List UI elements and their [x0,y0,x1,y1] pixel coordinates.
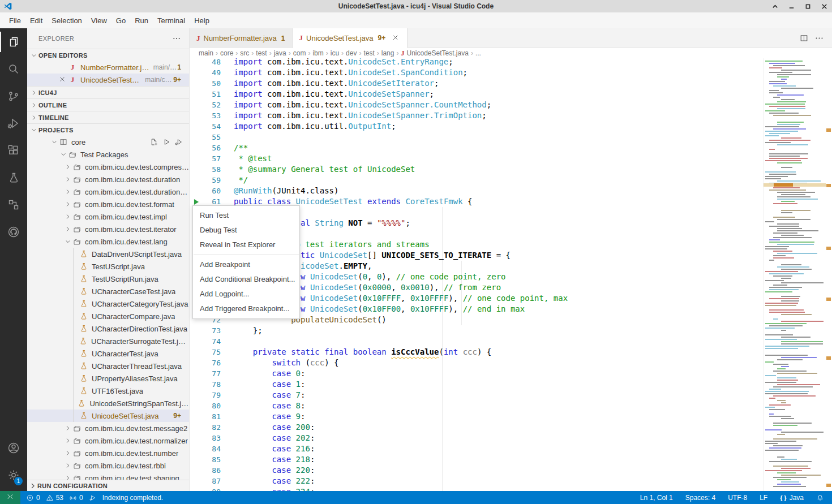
tree-item-com-ibm-icu-dev-test-lang[interactable]: com.ibm.icu.dev.test.lang [27,235,189,248]
tree-item-core[interactable]: core [27,136,189,148]
menu-view[interactable]: View [87,15,111,27]
menu-edit[interactable]: Edit [25,15,47,27]
menu-go[interactable]: Go [111,15,130,27]
tree-item-com-ibm-icu-dev-test-impl[interactable]: com.ibm.icu.dev.test.impl [27,210,189,223]
breadcrumb-item[interactable]: ibm [312,49,323,57]
breadcrumb-item[interactable]: dev [346,49,357,57]
tree-item-com-ibm-icu-dev-test-number[interactable]: com.ibm.icu.dev.test.number [27,447,189,459]
status-warning[interactable]: 53 [46,494,63,502]
source-control-icon[interactable] [0,83,27,110]
section-run-configuration[interactable]: RUN CONFIGURATION [27,480,189,491]
run-icon[interactable] [162,137,171,147]
section-open-editors[interactable]: OPEN EDITORS [27,49,189,61]
section-timeline[interactable]: TIMELINE [27,111,189,123]
menu-item-debug-test[interactable]: Debug Test [193,223,299,238]
tree-item-unicodesetstringspantest-java[interactable]: UnicodeSetStringSpanTest.java [27,397,189,410]
menu-terminal[interactable]: Terminal [153,15,190,27]
status-broadcast[interactable]: 0 [69,494,83,502]
status-spaces-4[interactable]: Spaces: 4 [685,494,715,502]
breadcrumb-item[interactable]: java [274,49,286,57]
references-icon[interactable] [0,191,27,218]
tree-item-ucharactertest-java[interactable]: UCharacterTest.java [27,347,189,360]
run-test-gutter-icon[interactable] [192,198,200,206]
tree-item-ucharactercategorytest-java[interactable]: UCharacterCategoryTest.java [27,298,189,310]
tree-item-com-ibm-icu-dev-test-duration[interactable]: com.ibm.icu.dev.test.duration [27,173,189,186]
tree-item-com-ibm-icu-dev-test-duration-l-[interactable]: com.ibm.icu.dev.test.duration.l... [27,186,189,198]
tree-item-datadrivenuscripttest-java[interactable]: DataDrivenUScriptTest.java [27,248,189,260]
tree-item-ucharactercompare-java[interactable]: UCharacterCompare.java [27,310,189,322]
breadcrumb-item[interactable]: com [293,49,306,57]
menu-item-add-triggered-breakpoint-[interactable]: Add Triggered Breakpoint... [193,301,299,316]
menu-item-reveal-in-test-explorer[interactable]: Reveal in Test Explorer [193,238,299,252]
split-editor-icon[interactable] [799,33,809,43]
tree-item-utf16test-java[interactable]: UTF16Test.java [27,385,189,397]
menu-item-add-logpoint-[interactable]: Add Logpoint... [193,287,299,301]
section-outline[interactable]: OUTLINE [27,98,189,111]
remote-indicator[interactable] [0,491,20,504]
tree-item-com-ibm-icu-dev-test-compressi-[interactable]: com.ibm.icu.dev.test.compressi... [27,161,189,173]
run-debug-icon[interactable] [0,110,27,137]
more-actions-icon[interactable] [814,33,824,43]
new-file-icon[interactable] [149,137,158,147]
section-projects[interactable]: PROJECTS [27,123,189,136]
settings-gear-icon[interactable]: 1 [0,462,27,489]
status-indexing-completed-[interactable]: Indexing completed. [102,494,163,502]
close-editor-icon[interactable] [57,75,68,84]
tree-item-unicodesettest-java[interactable]: UnicodeSetTest.java9+ [27,410,189,422]
status-debug-status[interactable] [89,494,97,502]
breadcrumb-item[interactable]: JUnicodeSetTest.java [401,49,468,58]
status-error-circle[interactable]: 0 [26,494,40,502]
status-utf-8[interactable]: UTF-8 [728,494,747,502]
menu-file[interactable]: File [5,15,25,27]
section-icu4j[interactable]: ICU4J [27,86,189,98]
tree-item-com-ibm-icu-dev-test-format[interactable]: com.ibm.icu.dev.test.format [27,198,189,210]
more-actions-icon[interactable] [172,34,181,43]
tree-item-testuscript-java[interactable]: TestUScript.java [27,260,189,273]
minimize-icon[interactable] [787,2,796,11]
open-editor-item[interactable]: JUnicodeSetTest.javamain/cor...9+ [27,74,189,86]
testing-icon[interactable] [0,164,27,191]
breadcrumb-item[interactable]: icu [331,49,339,57]
tree-item-ucharactersurrogatetest-java[interactable]: UCharacterSurrogateTest.java [27,335,189,347]
search-icon[interactable] [0,55,27,83]
close-window-icon[interactable] [820,2,829,11]
status-java[interactable]: { }Java [780,494,804,502]
tree-item-ucharacterthreadtest-java[interactable]: UCharacterThreadTest.java [27,360,189,372]
open-editor-item[interactable]: JNumberFormatter.javamain/c...1 [27,61,189,74]
menu-item-run-test[interactable]: Run Test [193,208,299,223]
tab-unicodesettest.java[interactable]: JUnicodeSetTest.java9+ [293,28,408,48]
tree-item-ucharactercasetest-java[interactable]: UCharacterCaseTest.java [27,285,189,298]
menu-selection[interactable]: Selection [47,15,86,27]
breadcrumb-item[interactable]: core [220,49,233,57]
breadcrumb-item[interactable]: main [199,49,213,57]
tree-item-testuscriptrun-java[interactable]: TestUScriptRun.java [27,273,189,285]
breadcrumb-item[interactable]: ... [475,49,481,57]
github-icon[interactable] [0,218,27,245]
tree-item-upropertyaliasestest-java[interactable]: UPropertyAliasesTest.java [27,372,189,385]
account-icon[interactable] [0,434,27,462]
breadcrumb-item[interactable]: test [363,49,374,57]
tree-item-test-packages[interactable]: Test Packages [27,148,189,161]
close-tab-icon[interactable] [391,33,400,42]
debug-alt-icon[interactable] [174,137,183,147]
tree-item-com-ibm-icu-dev-test-normalizer[interactable]: com.ibm.icu.dev.test.normalizer [27,434,189,447]
chevron-up-icon[interactable] [771,2,779,11]
menu-run[interactable]: Run [130,15,153,27]
status-bell[interactable] [816,494,824,502]
extensions-icon[interactable] [0,137,27,164]
tree-item-com-ibm-icu-dev-test-message2[interactable]: com.ibm.icu.dev.test.message2 [27,422,189,434]
explorer-icon[interactable] [0,28,27,55]
minimap[interactable] [763,58,825,491]
breadcrumb-item[interactable]: src [240,49,249,57]
tree-item-ucharacterdirectiontest-java[interactable]: UCharacterDirectionTest.java [27,322,189,335]
breadcrumb-item[interactable]: lang [381,49,394,57]
menu-item-add-conditional-breakpoint-[interactable]: Add Conditional Breakpoint... [193,272,299,287]
status-lf[interactable]: LF [760,494,767,502]
tab-numberformatter.java[interactable]: JNumberFormatter.java1 [190,28,293,48]
breadcrumb-item[interactable]: test [256,49,267,57]
maximize-icon[interactable] [804,2,812,11]
tree-item-com-ibm-icu-dev-test-rbbi[interactable]: com.ibm.icu.dev.test.rbbi [27,459,189,472]
menu-item-add-breakpoint[interactable]: Add Breakpoint [193,257,299,272]
status-ln-1-col-1[interactable]: Ln 1, Col 1 [640,494,673,502]
menu-help[interactable]: Help [190,15,214,27]
